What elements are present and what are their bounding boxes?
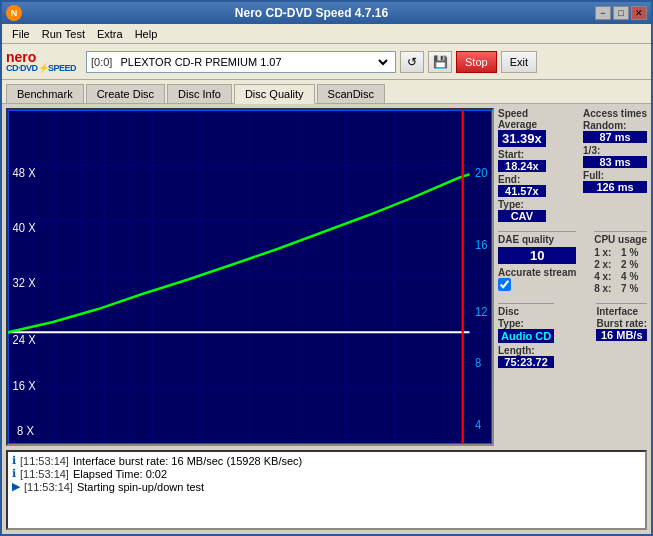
stop-button[interactable]: Stop xyxy=(456,51,497,73)
speed-label: Speed xyxy=(498,108,546,119)
drive-label: [0:0] xyxy=(91,56,112,68)
menu-extra[interactable]: Extra xyxy=(91,27,129,41)
cpu-1x-label: 1 x: xyxy=(594,247,620,258)
full-label: Full: xyxy=(583,170,604,181)
log-entry-0: ℹ [11:53:14] Interface burst rate: 16 MB… xyxy=(12,454,641,467)
start-label: Start: xyxy=(498,149,524,160)
accurate-stream-section: Accurate stream xyxy=(498,267,576,291)
nero-logo: nero CD·DVD⚡SPEED xyxy=(6,50,76,73)
close-button[interactable]: ✕ xyxy=(631,6,647,20)
accurate-stream-label: Accurate stream xyxy=(498,267,576,278)
chart-svg: 48 X 40 X 32 X 24 X 16 X 8 X 0 10 20 30 … xyxy=(8,110,492,444)
right-panel: Speed Average 31.39x Start: 18.24x End: … xyxy=(496,104,651,450)
burst-rate-label: Burst rate: xyxy=(596,318,647,329)
type-value: CAV xyxy=(498,210,546,222)
log-area: ℹ [11:53:14] Interface burst rate: 16 MB… xyxy=(6,450,647,530)
exit-button[interactable]: Exit xyxy=(501,51,537,73)
full-value: 126 ms xyxy=(583,181,647,193)
cpu-4x-value: 4 % xyxy=(621,271,647,282)
disc-type-value: Audio CD xyxy=(498,329,554,343)
dae-section: DAE quality 10 Accurate stream xyxy=(498,229,576,294)
window-controls: − □ ✕ xyxy=(595,6,647,20)
svg-text:32 X: 32 X xyxy=(13,276,36,291)
svg-text:40 X: 40 X xyxy=(13,220,36,235)
svg-text:12: 12 xyxy=(475,304,488,319)
one-third-value: 83 ms xyxy=(583,156,647,168)
drive-selector[interactable]: PLEXTOR CD-R PREMIUM 1.07 xyxy=(116,55,391,69)
content-area: 48 X 40 X 32 X 24 X 16 X 8 X 0 10 20 30 … xyxy=(2,104,651,534)
chart-container: 48 X 40 X 32 X 24 X 16 X 8 X 0 10 20 30 … xyxy=(6,108,494,446)
average-label: Average xyxy=(498,119,546,130)
log-time-2: [11:53:14] xyxy=(24,481,73,493)
app-window: N Nero CD-DVD Speed 4.7.16 − □ ✕ File Ru… xyxy=(0,0,653,536)
refresh-button[interactable]: ↺ xyxy=(400,51,424,73)
menu-bar: File Run Test Extra Help xyxy=(2,24,651,44)
svg-text:16 X: 16 X xyxy=(13,378,36,393)
cpu-usage-section: CPU usage 1 x: 1 % 2 x: 2 % 4 x: 4 % 8 x… xyxy=(594,229,647,294)
random-value: 87 ms xyxy=(583,131,647,143)
accurate-stream-check-row xyxy=(498,278,576,291)
cpu-1x-value: 1 % xyxy=(621,247,647,258)
title-bar: N Nero CD-DVD Speed 4.7.16 − □ ✕ xyxy=(2,2,651,24)
save-button[interactable]: 💾 xyxy=(428,51,452,73)
access-times-group: Access times Random: 87 ms 1/3: 83 ms Fu… xyxy=(583,108,647,193)
log-entry-1: ℹ [11:53:14] Elapsed Time: 0:02 xyxy=(12,467,641,480)
tab-create-disc[interactable]: Create Disc xyxy=(86,84,165,103)
tab-disc-quality[interactable]: Disc Quality xyxy=(234,84,315,104)
menu-file[interactable]: File xyxy=(6,27,36,41)
svg-text:8 X: 8 X xyxy=(17,423,34,438)
access-times-label: Access times xyxy=(583,108,647,119)
start-value: 18.24x xyxy=(498,160,546,172)
cpu-4x-label: 4 x: xyxy=(594,271,620,282)
svg-text:16: 16 xyxy=(475,237,488,252)
log-text-2: Starting spin-up/down test xyxy=(77,481,204,493)
interface-section: Interface Burst rate: 16 MB/s xyxy=(596,301,647,368)
minimize-button[interactable]: − xyxy=(595,6,611,20)
svg-text:20: 20 xyxy=(475,165,488,180)
random-label: Random: xyxy=(583,120,626,131)
cpu-8x-value: 7 % xyxy=(621,283,647,294)
log-icon-1: ℹ xyxy=(12,467,16,480)
cpu-8x-label: 8 x: xyxy=(594,283,620,294)
cpu-and-dae: DAE quality 10 Accurate stream CPU usage xyxy=(498,229,647,294)
svg-text:8: 8 xyxy=(475,355,482,370)
disc-length-value: 75:23.72 xyxy=(498,356,554,368)
disc-and-interface: Disc Type: Audio CD Length: 75:23.72 Int… xyxy=(498,301,647,368)
window-title: Nero CD-DVD Speed 4.7.16 xyxy=(28,6,595,20)
svg-text:48 X: 48 X xyxy=(13,165,36,180)
svg-text:4: 4 xyxy=(475,417,482,432)
speed-group: Speed Average 31.39x Start: 18.24x End: … xyxy=(498,108,546,222)
speed-section: Speed Average 31.39x Start: 18.24x End: … xyxy=(498,108,647,222)
cpu-2x-value: 2 % xyxy=(621,259,647,270)
disc-length-label: Length: xyxy=(498,345,535,356)
tab-scan-disc[interactable]: ScanDisc xyxy=(317,84,385,103)
app-icon: N xyxy=(6,5,22,21)
dae-quality-value: 10 xyxy=(498,247,576,264)
dae-quality-label: DAE quality xyxy=(498,231,576,245)
cpu-usage-label: CPU usage xyxy=(594,231,647,245)
menu-run-test[interactable]: Run Test xyxy=(36,27,91,41)
end-label: End: xyxy=(498,174,520,185)
log-text-0: Interface burst rate: 16 MB/sec (15928 K… xyxy=(73,455,302,467)
nero-logo-top: nero xyxy=(6,50,76,64)
log-time-1: [11:53:14] xyxy=(20,468,69,480)
toolbar: nero CD·DVD⚡SPEED [0:0] PLEXTOR CD-R PRE… xyxy=(2,44,651,80)
accurate-stream-checkbox[interactable] xyxy=(498,278,511,291)
tab-disc-info[interactable]: Disc Info xyxy=(167,84,232,103)
one-third-label: 1/3: xyxy=(583,145,600,156)
average-value: 31.39x xyxy=(498,130,546,147)
disc-section: Disc Type: Audio CD Length: 75:23.72 xyxy=(498,301,554,368)
disc-label: Disc xyxy=(498,303,554,317)
chart-and-right: 48 X 40 X 32 X 24 X 16 X 8 X 0 10 20 30 … xyxy=(2,104,651,450)
log-entry-2: ▶ [11:53:14] Starting spin-up/down test xyxy=(12,480,641,493)
tab-benchmark[interactable]: Benchmark xyxy=(6,84,84,103)
menu-help[interactable]: Help xyxy=(129,27,164,41)
type-label: Type: xyxy=(498,199,524,210)
tab-bar: Benchmark Create Disc Disc Info Disc Qua… xyxy=(2,80,651,104)
burst-rate-value: 16 MB/s xyxy=(596,329,647,341)
disc-type-label: Type: xyxy=(498,318,524,329)
maximize-button[interactable]: □ xyxy=(613,6,629,20)
log-icon-0: ℹ xyxy=(12,454,16,467)
cpu-2x-label: 2 x: xyxy=(594,259,620,270)
log-text-1: Elapsed Time: 0:02 xyxy=(73,468,167,480)
